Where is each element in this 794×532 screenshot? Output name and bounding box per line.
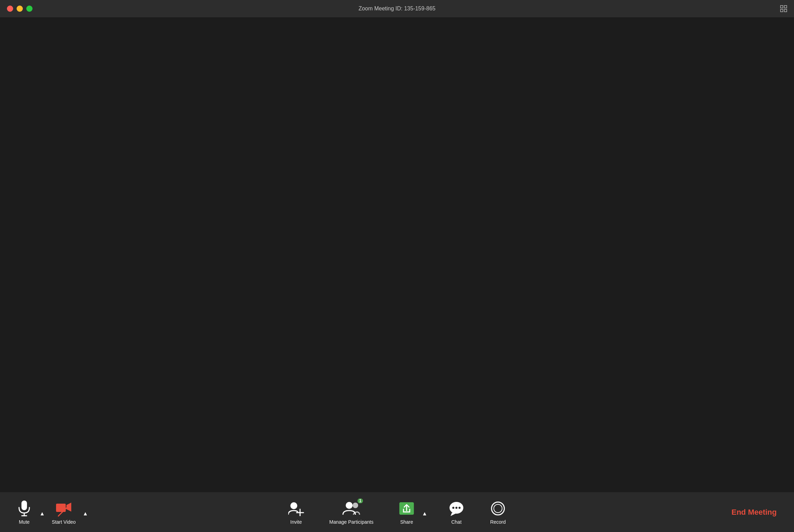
share-label: Share (400, 519, 413, 525)
chevron-up-icon-3: ▲ (422, 511, 427, 517)
chat-button[interactable]: Chat (442, 497, 470, 528)
mic-icon (18, 500, 30, 517)
invite-icon (288, 500, 304, 517)
video-area (0, 17, 794, 492)
share-chevron[interactable]: ▲ (420, 505, 429, 520)
manage-participants-button[interactable]: 1 Manage Participants (324, 497, 379, 528)
start-video-label: Start Video (52, 519, 76, 525)
share-group: Share ▲ (393, 497, 429, 528)
svg-rect-3 (784, 9, 787, 12)
mute-chevron[interactable]: ▲ (38, 505, 46, 520)
window-title: Zoom Meeting ID: 135-159-865 (358, 6, 435, 12)
share-button[interactable]: Share (393, 497, 420, 528)
chat-icon (448, 500, 464, 517)
record-label: Record (490, 519, 506, 525)
chevron-up-icon-2: ▲ (83, 511, 88, 517)
mute-group: Mute ▲ (10, 497, 46, 528)
traffic-lights (7, 6, 33, 12)
minimize-button[interactable] (17, 6, 23, 12)
svg-point-9 (290, 502, 297, 509)
end-meeting-area: End Meeting (724, 504, 784, 520)
svg-rect-2 (781, 9, 783, 12)
chevron-up-icon: ▲ (39, 511, 45, 517)
start-video-group: Start Video ▲ (46, 497, 90, 528)
svg-point-17 (452, 507, 454, 509)
participants-badge: 1 (357, 498, 363, 503)
record-icon (491, 500, 505, 517)
svg-rect-4 (21, 501, 27, 510)
manage-participants-label: Manage Participants (329, 519, 374, 525)
title-bar: Zoom Meeting ID: 135-159-865 (0, 0, 794, 17)
svg-point-12 (346, 502, 353, 509)
maximize-button[interactable] (26, 6, 33, 12)
chat-label: Chat (451, 519, 462, 525)
svg-rect-0 (781, 6, 783, 8)
invite-label: Invite (290, 519, 302, 525)
fullscreen-button[interactable] (779, 4, 788, 13)
mute-label: Mute (19, 519, 29, 525)
video-chevron[interactable]: ▲ (81, 505, 90, 520)
participants-icon: 1 (343, 500, 361, 517)
video-icon (56, 500, 71, 517)
start-video-button[interactable]: Start Video (46, 497, 81, 528)
record-button[interactable]: Record (484, 497, 512, 528)
mute-button[interactable]: Mute (10, 497, 38, 528)
invite-button[interactable]: Invite (282, 497, 310, 528)
svg-point-19 (458, 507, 460, 509)
end-meeting-button[interactable]: End Meeting (724, 504, 784, 520)
share-icon (399, 500, 414, 517)
svg-point-18 (455, 507, 457, 509)
close-button[interactable] (7, 6, 13, 12)
svg-rect-1 (784, 6, 787, 8)
toolbar: Mute ▲ Start Video ▲ (0, 492, 794, 532)
toolbar-center: Invite 1 Manage Participants (282, 497, 512, 528)
svg-point-13 (353, 503, 358, 508)
